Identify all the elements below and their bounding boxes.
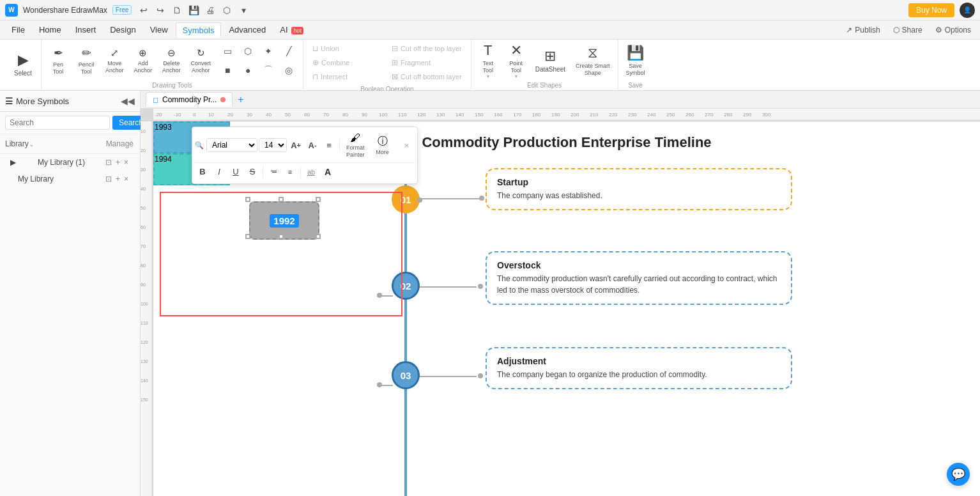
info-box-02: Overstock The commodity production wasn'… bbox=[486, 251, 792, 305]
intersect-button[interactable]: ⊓ Intersect bbox=[309, 70, 387, 83]
text-style-ab-button[interactable]: ab bbox=[303, 164, 319, 180]
handle-bl[interactable] bbox=[245, 234, 250, 239]
text-color-button[interactable]: A bbox=[320, 164, 335, 180]
line-shape-tool[interactable]: ╱ bbox=[280, 42, 298, 60]
format-painter-button[interactable]: 🖌 FormatPainter bbox=[342, 131, 369, 160]
handle-bm[interactable] bbox=[279, 234, 284, 239]
union-button[interactable]: ⊔ Union bbox=[309, 42, 387, 55]
square-shape-tool[interactable]: ■ bbox=[218, 61, 236, 79]
my-library-1-item[interactable]: ▶ My Library (1) ⊡ + × bbox=[0, 154, 140, 171]
eye-shape-tool[interactable]: ◎ bbox=[280, 61, 298, 79]
share-button[interactable]: ⬡ Share bbox=[889, 24, 926, 36]
my-library-1-add-page[interactable]: ⊡ bbox=[104, 157, 113, 168]
svg-text:10: 10 bbox=[208, 112, 214, 118]
my-library-1-add[interactable]: + bbox=[114, 157, 121, 168]
bold-button[interactable]: B bbox=[195, 164, 210, 180]
main-toolbar: ▶ Select ✒ PenTool ✏ PencilTool ⤢ MoveAn… bbox=[0, 40, 980, 91]
export-button[interactable]: ⬡ bbox=[220, 3, 234, 17]
save-local-button[interactable]: 💾 bbox=[187, 3, 201, 17]
menu-symbols[interactable]: Symbols bbox=[176, 22, 222, 38]
font-search-icon: 🔍 bbox=[195, 141, 204, 150]
fragment-icon: ⊞ bbox=[392, 58, 398, 67]
menu-advanced[interactable]: Advanced bbox=[222, 22, 272, 37]
font-size-select[interactable]: 14 bbox=[259, 138, 287, 152]
save-symbol-button[interactable]: 💾 SaveSymbol bbox=[621, 40, 650, 81]
canvas-area[interactable]: -20 -10 0 10 20 30 40 50 60 70 80 90 100… bbox=[141, 109, 980, 496]
rect-shape-tool[interactable]: ▭ bbox=[218, 42, 236, 60]
tab-icon: ◻ bbox=[153, 96, 158, 104]
star-shape-tool[interactable]: ✦ bbox=[259, 42, 277, 60]
combine-button[interactable]: ⊕ Combine bbox=[309, 56, 387, 69]
delete-anchor-button[interactable]: ⊖ DeleteAnchor bbox=[157, 40, 186, 81]
library-dropdown-arrow[interactable]: ⌄ bbox=[29, 141, 34, 148]
options-button[interactable]: ⚙ Options bbox=[931, 24, 975, 36]
my-library-2-close[interactable]: × bbox=[123, 173, 130, 185]
buy-now-button[interactable]: Buy Now bbox=[908, 3, 954, 17]
print-button[interactable]: 🖨 bbox=[203, 3, 217, 17]
more-options-button[interactable]: ⓘ More bbox=[370, 134, 395, 157]
decrease-font-size-button[interactable]: A- bbox=[305, 137, 320, 153]
menu-insert[interactable]: Insert bbox=[69, 22, 103, 37]
menu-file[interactable]: File bbox=[5, 22, 31, 37]
menu-home[interactable]: Home bbox=[33, 22, 68, 37]
save-section-label: Save bbox=[628, 82, 643, 90]
sidebar-collapse-button[interactable]: ◀◀ bbox=[121, 96, 135, 106]
publish-button[interactable]: ↗ Publish bbox=[842, 24, 884, 36]
circle-shape-tool[interactable]: ● bbox=[239, 61, 257, 79]
handle-br[interactable] bbox=[316, 234, 321, 239]
close-toolbar-button[interactable]: × bbox=[399, 137, 415, 153]
datasheet-button[interactable]: ⊞ DataSheet bbox=[530, 40, 570, 81]
italic-button[interactable]: I bbox=[211, 164, 227, 180]
my-library-2-item[interactable]: My Library ⊡ + × bbox=[0, 171, 140, 187]
point-tool-button[interactable]: ✕ PointTool ▾ bbox=[502, 40, 530, 81]
cut-top-button[interactable]: ⊟ Cut off the top layer bbox=[388, 42, 466, 55]
increase-font-size-button[interactable]: A+ bbox=[288, 137, 303, 153]
connector-02-right bbox=[419, 286, 477, 288]
svg-text:300: 300 bbox=[762, 112, 771, 118]
select-tool-button[interactable]: ▶ Select bbox=[9, 44, 37, 85]
ordered-list-button[interactable]: ≔ bbox=[266, 164, 281, 180]
my-library-2-add[interactable]: + bbox=[114, 173, 121, 185]
cut-bottom-button[interactable]: ⊠ Cut off bottom layer bbox=[388, 70, 466, 83]
add-anchor-button[interactable]: ⊕ AddAnchor bbox=[129, 40, 158, 81]
redo-button[interactable]: ↪ bbox=[153, 3, 167, 17]
user-avatar[interactable]: 👤 bbox=[960, 3, 975, 18]
text-tool-button[interactable]: T TextTool ▾ bbox=[474, 40, 502, 81]
search-input[interactable] bbox=[5, 116, 110, 130]
add-tab-button[interactable]: + bbox=[234, 94, 247, 105]
menu-design[interactable]: Design bbox=[103, 22, 142, 37]
hexagon-shape-tool[interactable]: ⬡ bbox=[239, 42, 257, 60]
menu-ai[interactable]: AI hot bbox=[273, 22, 309, 37]
underline-button[interactable]: U bbox=[228, 164, 243, 180]
svg-text:10: 10 bbox=[141, 129, 146, 134]
manage-button[interactable]: Manage bbox=[105, 138, 135, 150]
handle-tl[interactable] bbox=[245, 197, 250, 202]
scroll-to-bottom-fab[interactable]: 💬 bbox=[947, 463, 970, 486]
library-dropdown[interactable]: Library bbox=[5, 139, 29, 148]
text-align-button[interactable]: ≡ bbox=[321, 137, 337, 153]
pencil-tool-button[interactable]: ✏ PencilTool bbox=[72, 40, 100, 81]
handle-tr[interactable] bbox=[316, 197, 321, 202]
fragment-button[interactable]: ⊞ Fragment bbox=[388, 56, 466, 69]
font-family-select[interactable]: Arial bbox=[206, 138, 257, 152]
unordered-list-button[interactable]: ≡ bbox=[282, 164, 298, 180]
convert-anchor-button[interactable]: ↻ ConvertAnchor bbox=[186, 40, 217, 81]
my-library-2-label: My Library bbox=[18, 174, 54, 183]
pen-tool-button[interactable]: ✒ PenTool bbox=[44, 40, 72, 81]
canvas-tab-commodity[interactable]: ◻ Commodity Pr... bbox=[146, 92, 233, 107]
event-02-text: The commodity production wasn't carefull… bbox=[497, 273, 781, 296]
strikethrough-button[interactable]: S bbox=[245, 164, 260, 180]
my-library-1-close[interactable]: × bbox=[123, 157, 130, 168]
new-file-button[interactable]: 🗋 bbox=[170, 3, 184, 17]
canvas-content[interactable]: Commodity Production Enterprise Timeline… bbox=[153, 121, 980, 496]
menu-view[interactable]: View bbox=[144, 22, 174, 37]
toolbar-divider-1 bbox=[339, 139, 340, 151]
handle-tm[interactable] bbox=[279, 197, 284, 202]
my-library-2-add-page[interactable]: ⊡ bbox=[104, 173, 113, 185]
create-smart-shape-button[interactable]: ⧖ Create SmartShape bbox=[570, 40, 615, 81]
tab-unsaved-indicator bbox=[220, 97, 226, 102]
move-anchor-button[interactable]: ⤢ MoveAnchor bbox=[100, 40, 129, 81]
arc-shape-tool[interactable]: ⌒ bbox=[259, 61, 277, 79]
undo-button[interactable]: ↩ bbox=[137, 3, 151, 17]
more-dropdown-button[interactable]: ▾ bbox=[236, 3, 250, 17]
